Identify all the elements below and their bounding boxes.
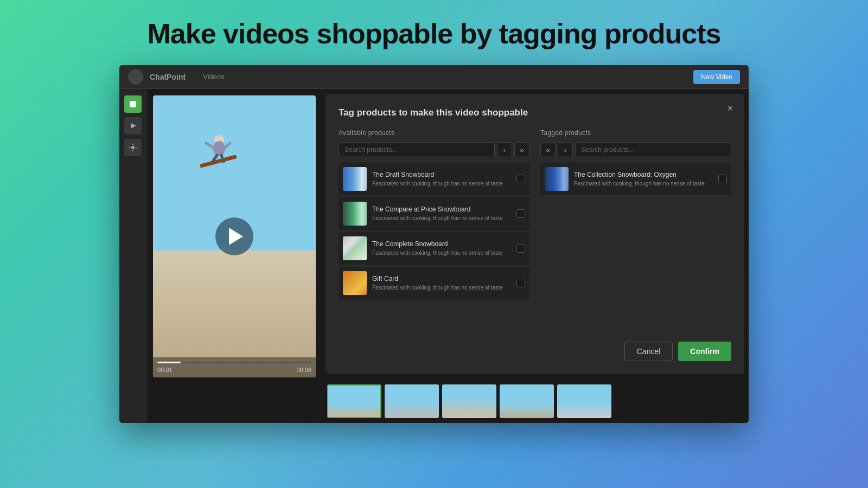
cancel-button[interactable]: Cancel — [624, 342, 673, 361]
first-page-button[interactable]: « — [540, 142, 556, 157]
thumbnail-item[interactable] — [385, 384, 439, 418]
app-body: 00:01 00:08 × Tag products to make this … — [119, 89, 749, 423]
video-background — [153, 95, 316, 377]
available-products-list: The Draft Snowboard Fascinated with cook… — [339, 163, 529, 332]
available-products-header: Available products — [339, 129, 529, 137]
snowboarder-figure — [196, 128, 245, 177]
product-info: The Complete Snowboard Fascinated with c… — [372, 240, 511, 256]
product-description: Fascinated with cooking, though has no s… — [372, 215, 511, 222]
svg-point-5 — [213, 141, 225, 156]
app-main: 00:01 00:08 × Tag products to make this … — [146, 89, 749, 423]
svg-line-6 — [206, 143, 213, 147]
product-checkbox[interactable] — [516, 244, 525, 253]
svg-marker-1 — [131, 123, 136, 129]
available-search-row: › » — [339, 142, 529, 157]
product-thumbnail — [343, 236, 367, 260]
svg-rect-3 — [200, 155, 237, 168]
product-description: Fascinated with cooking, though has no s… — [372, 180, 511, 187]
product-info: Gift Card Fascinated with cooking, thoug… — [372, 275, 511, 291]
video-progress-bar[interactable] — [157, 362, 311, 363]
tagged-products-list: The Collection Snowboard: Oxygen Fascina… — [540, 163, 731, 332]
thumbnail-strip — [323, 380, 749, 423]
product-name: The Collection Snowboard: Oxygen — [574, 171, 713, 178]
thumbnail-item[interactable] — [557, 384, 611, 418]
modal-title: Tag products to make this video shoppabl… — [339, 107, 731, 118]
thumbnail-item[interactable] — [442, 384, 496, 418]
product-info: The Collection Snowboard: Oxygen Fascina… — [574, 171, 713, 187]
product-checkbox[interactable] — [516, 209, 525, 218]
available-search-input[interactable] — [339, 142, 495, 157]
list-item[interactable]: The Compare at Price Snowboard Fascinate… — [339, 197, 529, 230]
thumbnail-item[interactable] — [327, 384, 381, 418]
app-window: ChatPoint Videos New Video — [119, 65, 749, 423]
list-item[interactable]: Gift Card Fascinated with cooking, thoug… — [339, 267, 529, 299]
sidebar-icon-home[interactable] — [124, 95, 142, 113]
product-name: The Complete Snowboard — [372, 240, 511, 248]
next-page-button[interactable]: › — [497, 142, 512, 157]
tagged-products-header: Tagged products — [540, 129, 731, 137]
app-logo — [128, 69, 143, 85]
video-controls: 00:01 00:08 — [153, 357, 316, 377]
svg-point-2 — [131, 146, 135, 149]
product-name: The Draft Snowboard — [372, 171, 511, 178]
svg-line-7 — [225, 143, 230, 147]
list-item[interactable]: The Draft Snowboard Fascinated with cook… — [339, 163, 529, 195]
product-description: Fascinated with cooking, though has no s… — [372, 284, 511, 291]
header-right: New Video — [693, 70, 740, 84]
available-products-column: Available products › » The Draft — [339, 129, 529, 332]
product-checkbox[interactable] — [516, 175, 525, 183]
video-total-time: 00:08 — [296, 367, 311, 373]
product-checkbox[interactable] — [516, 279, 525, 287]
tagged-search-row: « ‹ — [540, 142, 731, 157]
tagged-products-column: Tagged products « ‹ The Collectio — [540, 129, 731, 332]
last-page-button[interactable]: » — [514, 142, 529, 157]
product-name: Gift Card — [372, 275, 511, 282]
list-item[interactable]: The Collection Snowboard: Oxygen Fascina… — [540, 163, 731, 195]
play-button[interactable] — [215, 217, 253, 255]
product-thumbnail — [343, 271, 367, 295]
modal-footer: Cancel Confirm — [339, 342, 731, 361]
thumbnail-item[interactable] — [500, 384, 554, 418]
product-info: The Draft Snowboard Fascinated with cook… — [372, 171, 511, 187]
sidebar-icon-video[interactable] — [124, 117, 142, 134]
product-info: The Compare at Price Snowboard Fascinate… — [372, 206, 511, 222]
product-thumbnail — [545, 167, 569, 191]
product-thumbnail — [343, 202, 367, 226]
tagged-search-input[interactable] — [575, 142, 731, 157]
video-player: 00:01 00:08 — [153, 95, 316, 377]
play-icon — [229, 228, 243, 245]
sidebar-icon-settings[interactable] — [124, 139, 142, 156]
product-description: Fascinated with cooking, though has no s… — [372, 249, 511, 256]
new-video-button[interactable]: New Video — [693, 70, 740, 84]
prev-page-button[interactable]: ‹ — [558, 142, 573, 157]
app-nav: Videos — [203, 73, 225, 81]
tag-products-panel: × Tag products to make this video shoppa… — [326, 94, 744, 374]
confirm-button[interactable]: Confirm — [678, 342, 731, 361]
close-button[interactable]: × — [724, 102, 737, 115]
list-item[interactable]: The Complete Snowboard Fascinated with c… — [339, 232, 529, 265]
video-time-row: 00:01 00:08 — [157, 367, 311, 373]
app-header: ChatPoint Videos New Video — [119, 65, 749, 89]
product-description: Fascinated with cooking, though has no s… — [574, 180, 713, 187]
svg-rect-0 — [130, 101, 136, 107]
page-title: Make videos shoppable by tagging product… — [148, 17, 721, 50]
app-brand: ChatPoint — [150, 73, 186, 81]
product-checkbox[interactable] — [718, 175, 727, 183]
product-thumbnail — [343, 167, 367, 191]
products-columns: Available products › » The Draft — [339, 129, 731, 332]
video-progress-fill — [157, 362, 181, 363]
app-sidebar — [119, 89, 146, 423]
video-current-time: 00:01 — [157, 367, 173, 373]
product-name: The Compare at Price Snowboard — [372, 206, 511, 213]
